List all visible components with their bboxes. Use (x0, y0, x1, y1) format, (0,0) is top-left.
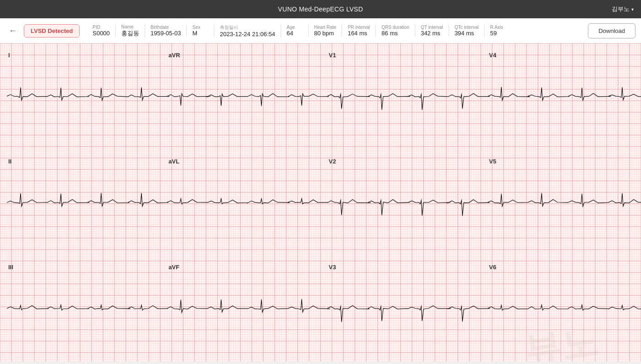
raxis-value: 59 (490, 30, 496, 37)
age-value: 64 (287, 30, 293, 37)
user-menu[interactable]: 김부노 ▾ (612, 5, 634, 13)
qrs-value: 86 ms (381, 30, 397, 37)
back-button[interactable]: ← (5, 23, 20, 38)
username: 김부노 (612, 5, 630, 13)
chevron-down-icon: ▾ (631, 7, 634, 12)
raxis-label: R Axis (490, 25, 503, 30)
qt-group: QT interval 342 ms (415, 25, 449, 37)
app-title: VUNO Med-DeepECG LVSD (278, 5, 363, 13)
pid-group: PID S0000 (87, 25, 116, 37)
name-label: Name (121, 24, 134, 29)
pr-value: 164 ms (348, 30, 367, 37)
ecg-display (0, 43, 641, 362)
qtc-group: QTc interval 394 ms (449, 25, 485, 37)
sex-group: Sex M (187, 25, 214, 37)
birthdate-group: Birthdate 1959-05-03 (145, 25, 187, 37)
datetime-group: 측정일시 2023-12-24 21:06:54 (214, 24, 281, 38)
download-button[interactable]: Download (588, 23, 636, 38)
heart-rate-label: Heart Rate (314, 25, 336, 30)
datetime-label: 측정일시 (220, 24, 238, 31)
qt-label: QT interval (421, 25, 443, 30)
ecg-canvas (0, 43, 641, 362)
pr-group: PR interval 164 ms (342, 25, 376, 37)
pid-value: S0000 (92, 30, 110, 37)
qt-value: 342 ms (421, 30, 440, 37)
raxis-group: R Axis 59 (484, 25, 512, 37)
heart-rate-group: Heart Rate 80 bpm (309, 25, 342, 37)
name-group: Name 홍길동 (116, 24, 145, 38)
datetime-value: 2023-12-24 21:06:54 (220, 31, 275, 38)
birthdate-value: 1959-05-03 (151, 30, 181, 37)
header-bar: ← LVSD Detected PID S0000 Name 홍길동 Birth… (0, 18, 641, 43)
pr-label: PR interval (348, 25, 370, 30)
age-label: Age (287, 25, 295, 30)
pid-label: PID (92, 25, 100, 30)
lvsd-badge: LVSD Detected (24, 24, 80, 38)
qtc-value: 394 ms (455, 30, 474, 37)
qrs-group: QRS duration 86 ms (376, 25, 415, 37)
sex-value: M (192, 30, 197, 37)
name-value: 홍길동 (121, 29, 139, 38)
sex-label: Sex (192, 25, 200, 30)
heart-rate-value: 80 bpm (314, 30, 334, 37)
qtc-label: QTc interval (455, 25, 479, 30)
topbar: VUNO Med-DeepECG LVSD 김부노 ▾ (0, 0, 641, 18)
qrs-label: QRS duration (381, 25, 409, 30)
age-group: Age 64 (281, 25, 309, 37)
birthdate-label: Birthdate (151, 25, 169, 30)
